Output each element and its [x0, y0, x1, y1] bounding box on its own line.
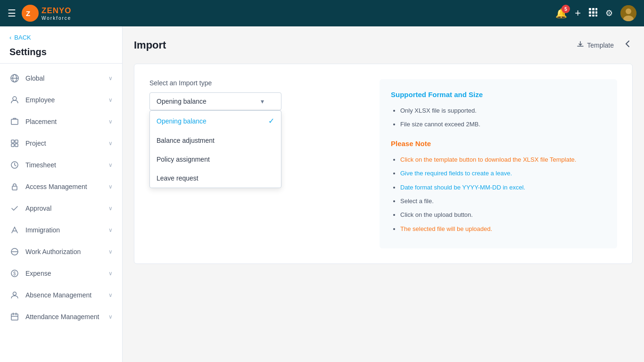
svg-text:$: $	[13, 271, 16, 276]
attendance-management-label: Attendance Management	[25, 313, 108, 321]
svg-rect-6	[595, 11, 597, 14]
svg-rect-1	[589, 8, 591, 10]
access-management-icon	[9, 181, 20, 192]
select-import-label: Select an Import type	[149, 79, 364, 87]
access-management-label: Access Management	[25, 183, 108, 190]
svg-rect-3	[595, 8, 597, 10]
app-header: ☰ Z ZENYO Workforce 🔔 5 +	[0, 0, 644, 26]
dropdown-item-label: Balance adjustment	[157, 137, 215, 144]
back-arrow-button[interactable]	[622, 39, 633, 51]
menu-icon[interactable]: ☰	[8, 8, 16, 19]
apps-button[interactable]	[588, 8, 598, 19]
immigration-icon	[9, 225, 20, 235]
sidebar-item-access-management[interactable]: Access Management ∨	[0, 176, 122, 197]
import-right-panel: Supported Format and Size Only XLSX file…	[380, 79, 617, 248]
expense-chevron-icon: ∨	[108, 270, 113, 277]
note-list: Click on the template button to download…	[391, 154, 606, 234]
employee-label: Employee	[25, 96, 108, 104]
svg-point-11	[626, 8, 631, 14]
sidebar-item-placement[interactable]: Placement ∨	[0, 111, 122, 132]
format-item-xlsx: Only XLSX file is supported.	[400, 105, 606, 116]
user-avatar[interactable]	[620, 5, 636, 21]
select-display[interactable]: Opening balance ▾	[149, 92, 281, 110]
logo-icon: Z	[22, 5, 39, 22]
back-chevron-icon: ‹	[9, 34, 11, 41]
sidebar-item-timesheet[interactable]: Timesheet ∨	[0, 154, 122, 176]
svg-rect-21	[15, 144, 18, 147]
attendance-management-icon	[9, 312, 20, 322]
global-label: Global	[25, 74, 108, 82]
sidebar-item-approval[interactable]: Approval ∨	[0, 197, 122, 219]
sidebar-item-absence-management[interactable]: Absence Management ∨	[0, 284, 122, 306]
dropdown-item-opening-balance[interactable]: Opening balance ✓	[150, 111, 281, 131]
placement-label: Placement	[25, 118, 108, 125]
notification-badge: 5	[561, 5, 570, 13]
expense-label: Expense	[25, 270, 108, 277]
sidebar-item-employee[interactable]: Employee ∨	[0, 89, 122, 111]
download-icon	[577, 41, 584, 49]
immigration-label: Immigration	[25, 226, 108, 234]
absence-management-chevron-icon: ∨	[108, 292, 113, 298]
back-button[interactable]: ‹ BACK	[0, 26, 122, 45]
import-type-select[interactable]: Opening balance ▾ Opening balance ✓ Bala…	[149, 92, 281, 110]
timesheet-label: Timesheet	[25, 161, 108, 169]
note-item-2: Give the required fields to create a lea…	[400, 168, 606, 179]
notifications-button[interactable]: 🔔 5	[555, 8, 567, 19]
selected-value: Opening balance	[157, 98, 206, 105]
timesheet-icon	[9, 160, 20, 170]
timesheet-chevron-icon: ∨	[108, 162, 113, 168]
note-item-1: Click on the template button to download…	[400, 154, 606, 165]
import-body: Select an Import type Opening balance ▾ …	[149, 79, 617, 248]
sidebar-item-global[interactable]: Global ∨	[0, 67, 122, 89]
header-actions: 🔔 5 + ⚙	[555, 5, 636, 21]
immigration-chevron-icon: ∨	[108, 227, 113, 233]
logo-name: ZENYO	[41, 6, 72, 15]
logo-sub: Workforce	[41, 16, 72, 21]
svg-rect-7	[589, 15, 591, 16]
svg-rect-19	[15, 140, 18, 143]
absence-management-label: Absence Management	[25, 291, 108, 299]
logo-text-group: ZENYO Workforce	[41, 6, 72, 21]
dropdown-item-leave-request[interactable]: Leave request	[150, 169, 281, 188]
placement-icon	[9, 116, 20, 127]
dropdown-item-policy-assignment[interactable]: Policy assignment	[150, 150, 281, 169]
template-button[interactable]: Template	[572, 38, 619, 52]
page-header: Import Template	[134, 38, 633, 52]
sidebar-title: Settings	[0, 45, 122, 63]
sidebar-divider	[0, 63, 122, 64]
expense-icon: $	[9, 268, 20, 279]
add-button[interactable]: +	[575, 7, 581, 19]
sidebar-item-attendance-management[interactable]: Attendance Management ∨	[0, 306, 122, 328]
approval-label: Approval	[25, 205, 108, 212]
svg-rect-5	[592, 11, 594, 14]
global-chevron-icon: ∨	[108, 75, 113, 82]
svg-rect-17	[11, 119, 18, 124]
svg-rect-2	[592, 8, 594, 10]
sidebar-item-expense[interactable]: $ Expense ∨	[0, 263, 122, 284]
svg-rect-20	[11, 144, 14, 147]
sidebar-item-project[interactable]: Project ∨	[0, 132, 122, 154]
svg-rect-18	[11, 140, 14, 143]
check-icon: ✓	[268, 116, 274, 125]
work-authorization-chevron-icon: ∨	[108, 248, 113, 255]
svg-rect-23	[12, 186, 17, 190]
note-item-4: Select a file.	[400, 196, 606, 206]
svg-text:Z: Z	[26, 9, 30, 17]
logo: Z ZENYO Workforce	[22, 5, 72, 22]
absence-management-icon	[9, 290, 20, 300]
note-item-6: The selected file will be uploaded.	[400, 223, 606, 234]
sidebar-item-immigration[interactable]: Immigration ∨	[0, 219, 122, 241]
project-label: Project	[25, 140, 108, 147]
sidebar: ‹ BACK Settings Global ∨	[0, 26, 123, 362]
back-label: BACK	[14, 34, 31, 41]
format-list: Only XLSX file is supported. File size c…	[391, 105, 606, 130]
svg-point-28	[13, 292, 17, 296]
global-icon	[9, 73, 20, 83]
settings-button[interactable]: ⚙	[605, 8, 613, 18]
format-title: Supported Format and Size	[391, 90, 606, 99]
approval-icon	[9, 203, 20, 214]
access-management-chevron-icon: ∨	[108, 183, 113, 190]
sidebar-item-work-authorization[interactable]: Work Authorization ∨	[0, 241, 122, 263]
placement-chevron-icon: ∨	[108, 118, 113, 125]
dropdown-item-balance-adjustment[interactable]: Balance adjustment	[150, 131, 281, 150]
